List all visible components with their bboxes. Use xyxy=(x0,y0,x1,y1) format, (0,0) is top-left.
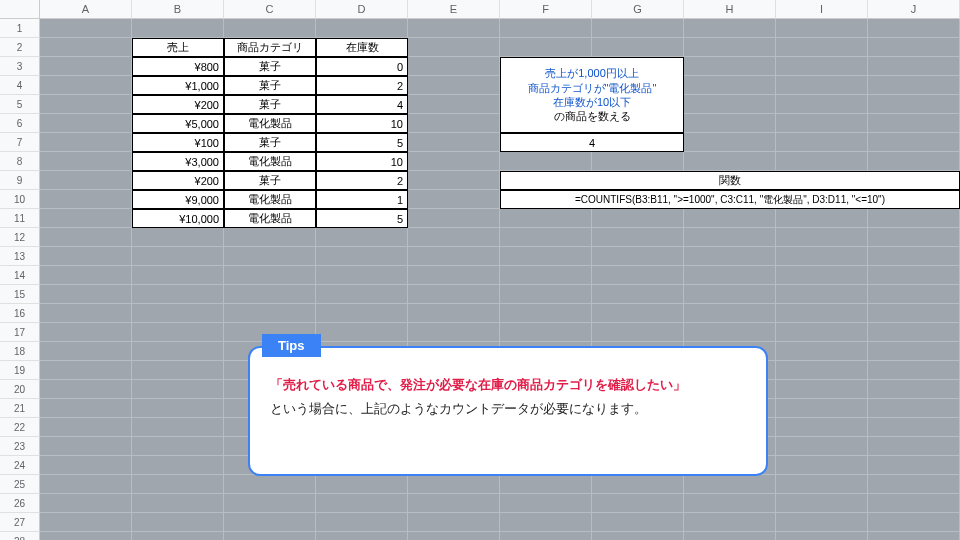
table-header[interactable]: 商品カテゴリ xyxy=(224,38,316,57)
table-cell-sales[interactable]: ¥1,000 xyxy=(132,76,224,95)
table-cell-sales[interactable]: ¥100 xyxy=(132,133,224,152)
cell[interactable] xyxy=(224,475,316,494)
table-cell-category[interactable]: 菓子 xyxy=(224,57,316,76)
cell[interactable] xyxy=(500,285,592,304)
cell[interactable] xyxy=(684,209,776,228)
cell[interactable] xyxy=(224,228,316,247)
column-header[interactable]: G xyxy=(592,0,684,19)
cell[interactable] xyxy=(776,19,868,38)
cell[interactable] xyxy=(776,475,868,494)
row-header[interactable]: 17 xyxy=(0,323,40,342)
cell[interactable] xyxy=(592,209,684,228)
cell[interactable] xyxy=(316,494,408,513)
cell[interactable] xyxy=(868,342,960,361)
table-cell-category[interactable]: 電化製品 xyxy=(224,114,316,133)
cell[interactable] xyxy=(500,19,592,38)
cell[interactable] xyxy=(408,228,500,247)
cell[interactable] xyxy=(40,19,132,38)
cell[interactable] xyxy=(776,57,868,76)
cell[interactable] xyxy=(224,247,316,266)
cell[interactable] xyxy=(40,304,132,323)
cell[interactable] xyxy=(40,475,132,494)
cell[interactable] xyxy=(592,475,684,494)
cell[interactable] xyxy=(40,76,132,95)
cell[interactable] xyxy=(684,152,776,171)
cell[interactable] xyxy=(40,513,132,532)
row-header[interactable]: 4 xyxy=(0,76,40,95)
table-cell-sales[interactable]: ¥800 xyxy=(132,57,224,76)
cell[interactable] xyxy=(132,513,224,532)
cell[interactable] xyxy=(132,266,224,285)
cell[interactable] xyxy=(776,399,868,418)
cell[interactable] xyxy=(132,418,224,437)
cell[interactable] xyxy=(316,285,408,304)
cell[interactable] xyxy=(316,323,408,342)
row-header[interactable]: 7 xyxy=(0,133,40,152)
cell[interactable] xyxy=(408,57,500,76)
cell[interactable] xyxy=(776,494,868,513)
row-header[interactable]: 21 xyxy=(0,399,40,418)
cell[interactable] xyxy=(500,247,592,266)
row-header[interactable]: 1 xyxy=(0,19,40,38)
cell[interactable] xyxy=(40,532,132,540)
cell[interactable] xyxy=(40,190,132,209)
cell[interactable] xyxy=(408,114,500,133)
cell[interactable] xyxy=(592,38,684,57)
cell[interactable] xyxy=(868,266,960,285)
cell[interactable] xyxy=(868,475,960,494)
table-cell-stock[interactable]: 5 xyxy=(316,133,408,152)
row-header[interactable]: 26 xyxy=(0,494,40,513)
cell[interactable] xyxy=(776,285,868,304)
cell[interactable] xyxy=(868,361,960,380)
cell[interactable] xyxy=(132,228,224,247)
row-header[interactable]: 2 xyxy=(0,38,40,57)
row-header[interactable]: 5 xyxy=(0,95,40,114)
cell[interactable] xyxy=(868,76,960,95)
cell[interactable] xyxy=(40,133,132,152)
row-header[interactable]: 9 xyxy=(0,171,40,190)
cell[interactable] xyxy=(408,247,500,266)
cell[interactable] xyxy=(408,133,500,152)
cell[interactable] xyxy=(408,95,500,114)
cell[interactable] xyxy=(316,19,408,38)
cell[interactable] xyxy=(500,513,592,532)
cell[interactable] xyxy=(776,133,868,152)
cell[interactable] xyxy=(592,285,684,304)
cell[interactable] xyxy=(408,171,500,190)
cell[interactable] xyxy=(40,228,132,247)
cell[interactable] xyxy=(40,494,132,513)
cell[interactable] xyxy=(592,247,684,266)
table-cell-sales[interactable]: ¥9,000 xyxy=(132,190,224,209)
column-header[interactable]: E xyxy=(408,0,500,19)
result-cell[interactable]: 4 xyxy=(500,133,684,152)
cell[interactable] xyxy=(40,342,132,361)
cell[interactable] xyxy=(132,475,224,494)
cell[interactable] xyxy=(776,342,868,361)
cell[interactable] xyxy=(868,247,960,266)
row-header[interactable]: 15 xyxy=(0,285,40,304)
table-cell-category[interactable]: 菓子 xyxy=(224,171,316,190)
cell[interactable] xyxy=(868,418,960,437)
cell[interactable] xyxy=(776,247,868,266)
cell[interactable] xyxy=(684,38,776,57)
cell[interactable] xyxy=(316,266,408,285)
column-header[interactable]: F xyxy=(500,0,592,19)
table-cell-category[interactable]: 電化製品 xyxy=(224,152,316,171)
row-header[interactable]: 13 xyxy=(0,247,40,266)
cell[interactable] xyxy=(132,456,224,475)
row-header[interactable]: 12 xyxy=(0,228,40,247)
cell[interactable] xyxy=(684,532,776,540)
table-header[interactable]: 在庫数 xyxy=(316,38,408,57)
row-header[interactable]: 27 xyxy=(0,513,40,532)
cell[interactable] xyxy=(408,304,500,323)
cell[interactable] xyxy=(408,513,500,532)
cell[interactable] xyxy=(316,513,408,532)
cell[interactable] xyxy=(776,456,868,475)
cell[interactable] xyxy=(40,266,132,285)
cell[interactable] xyxy=(684,114,776,133)
corner-cell[interactable] xyxy=(0,0,40,19)
cell[interactable] xyxy=(684,57,776,76)
cell[interactable] xyxy=(776,114,868,133)
cell[interactable] xyxy=(132,323,224,342)
cell[interactable] xyxy=(684,19,776,38)
